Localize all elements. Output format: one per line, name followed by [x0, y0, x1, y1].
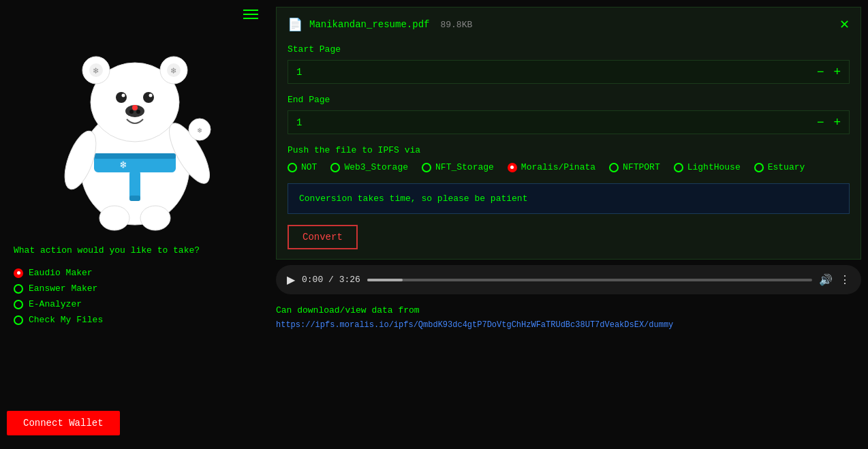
radio-lighthouse [674, 163, 683, 172]
svg-point-17 [136, 110, 140, 114]
info-message-box: Conversion takes time, so please be pati… [288, 183, 850, 214]
svg-point-23 [99, 206, 129, 230]
svg-text:❄: ❄ [93, 66, 99, 76]
radio-eaudio [14, 268, 23, 278]
ipfs-label: Push the file to IPFS via [288, 145, 850, 155]
svg-point-16 [129, 110, 134, 114]
convert-button[interactable]: Convert [288, 225, 358, 249]
svg-point-24 [140, 206, 170, 230]
file-name: Manikandan_resume.pdf [309, 19, 429, 30]
end-page-increment[interactable]: + [833, 115, 841, 129]
svg-point-13 [121, 94, 125, 97]
svg-point-12 [143, 92, 154, 103]
file-icon: 📄 [288, 17, 303, 32]
svg-point-18 [132, 105, 138, 110]
sidebar-item-eaudio-maker[interactable]: Eaudio Maker [7, 265, 262, 281]
ipfs-option-moralis-pinata[interactable]: Moralis/Pinata [508, 162, 595, 172]
radio-moralis-pinata [508, 163, 517, 172]
file-header: 📄 Manikandan_resume.pdf 89.8KB ✕ [288, 17, 850, 32]
file-size: 89.8KB [440, 20, 472, 30]
main-panel: 📄 Manikandan_resume.pdf 89.8KB ✕ Start P… [269, 0, 868, 449]
radio-web3storage [330, 163, 340, 172]
mascot-bear: ❄ ❄ ❄ [46, 14, 223, 238]
radio-eanswer [14, 284, 23, 294]
volume-button[interactable]: 🔊 [819, 273, 833, 286]
radio-estuary [754, 163, 764, 172]
audio-progress-bar[interactable] [367, 279, 812, 281]
ipfs-option-web3storage[interactable]: Web3_Storage [330, 162, 408, 172]
svg-text:❄: ❄ [170, 66, 176, 76]
start-page-increment[interactable]: + [833, 65, 841, 79]
end-page-buttons: − + [817, 115, 841, 129]
svg-rect-26 [129, 196, 140, 201]
radio-nftport [609, 163, 619, 172]
audio-player: ▶ 0:00 / 3:26 🔊 ⋮ [276, 265, 861, 294]
connect-wallet-button[interactable]: Connect Wallet [7, 411, 120, 435]
sidebar-item-e-analyzer[interactable]: E-Analyzer [7, 296, 262, 312]
download-section: Can download/view data from https://ipfs… [276, 300, 861, 336]
end-page-label: End Page [288, 95, 850, 105]
download-label: Can download/view data from [276, 305, 861, 315]
end-page-control: 1 − + [288, 110, 850, 134]
more-options-button[interactable]: ⋮ [839, 273, 850, 286]
svg-text:❄: ❄ [197, 127, 202, 135]
download-link[interactable]: https://ipfs.moralis.io/ipfs/QmbdK93dc4g… [276, 320, 673, 330]
ipfs-option-nftport[interactable]: NFTPORT [609, 162, 660, 172]
audio-progress-fill [367, 279, 403, 281]
play-button[interactable]: ▶ [287, 273, 295, 286]
sidebar-item-check-my-files[interactable]: Check My Files [7, 312, 262, 328]
sidebar-item-eanswer-maker[interactable]: Eanswer Maker [7, 281, 262, 296]
action-question-label: What action would you like to take? [7, 245, 262, 256]
hamburger-menu[interactable] [243, 10, 258, 19]
start-page-decrement[interactable]: − [817, 65, 824, 79]
radio-nft-storage [422, 163, 431, 172]
ipfs-option-lighthouse[interactable]: LightHouse [674, 162, 741, 172]
start-page-value: 1 [296, 67, 302, 78]
svg-point-14 [149, 94, 152, 97]
end-page-value: 1 [296, 117, 302, 128]
start-page-buttons: − + [817, 65, 841, 79]
ipfs-option-estuary[interactable]: Estuary [754, 162, 805, 172]
audio-time: 0:00 / 3:26 [302, 275, 360, 285]
radio-check-files [14, 315, 23, 325]
ipfs-radio-group: NOT Web3_Storage NFT_Storage Moralis/Pin… [288, 162, 850, 172]
start-page-label: Start Page [288, 44, 850, 55]
file-card: 📄 Manikandan_resume.pdf 89.8KB ✕ Start P… [276, 7, 861, 260]
radio-analyzer [14, 300, 23, 309]
ipfs-option-not[interactable]: NOT [288, 162, 317, 172]
sidebar: ❄ ❄ ❄ [0, 0, 269, 449]
start-page-control: 1 − + [288, 60, 850, 84]
ipfs-option-nft-storage[interactable]: NFT_Storage [422, 162, 494, 172]
svg-text:❄: ❄ [120, 159, 127, 172]
info-message-text: Conversion takes time, so please be pati… [299, 193, 527, 204]
svg-rect-2 [94, 153, 176, 159]
end-page-decrement[interactable]: − [817, 115, 824, 129]
radio-not [288, 163, 297, 172]
close-file-button[interactable]: ✕ [839, 17, 850, 32]
svg-point-11 [116, 92, 127, 103]
file-name-row: 📄 Manikandan_resume.pdf 89.8KB [288, 17, 472, 32]
